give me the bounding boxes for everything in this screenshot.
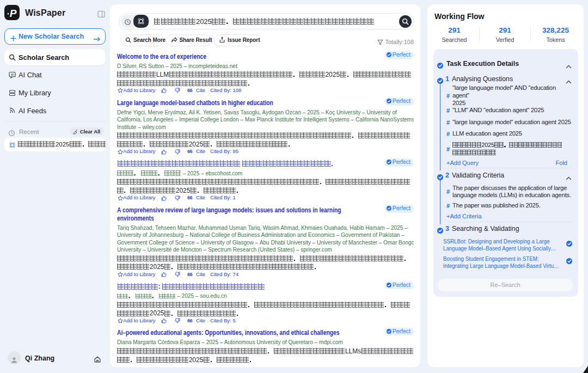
- svg-text:AI: AI: [11, 72, 14, 76]
- svg-text:P: P: [10, 8, 17, 19]
